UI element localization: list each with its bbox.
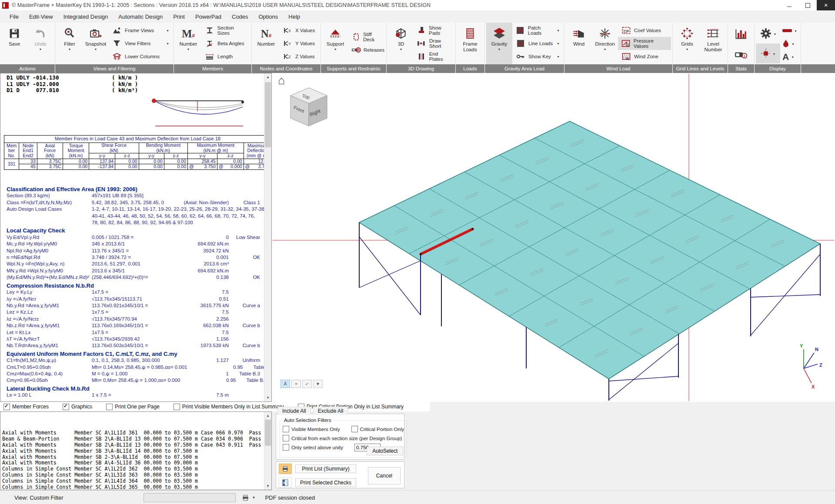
z-values-button[interactable]: Z Z Values xyxy=(279,50,319,63)
menu-item[interactable]: Options xyxy=(253,12,283,22)
print-button[interactable] xyxy=(279,464,292,474)
check-tool-icon[interactable]: ✓ xyxy=(302,380,312,388)
checkbox[interactable] xyxy=(3,404,10,410)
print-list-summary-button[interactable]: Print List (Summary) xyxy=(295,464,356,473)
chevron-down-icon[interactable]: ▼ xyxy=(252,496,255,500)
x-values-button[interactable]: X X Values xyxy=(279,24,319,37)
menu-item[interactable]: PowerPad xyxy=(190,12,227,22)
display-line-style-button[interactable]: ▼ xyxy=(780,24,799,37)
scrollbar-thumb[interactable] xyxy=(265,420,271,446)
coef-values-button[interactable]: CP Coef Values xyxy=(618,24,671,37)
line-loads-button[interactable]: Line Loads ▼ xyxy=(512,37,563,50)
print-option-checkbox[interactable]: Print One per Page xyxy=(106,404,160,410)
3d-button[interactable]: 3D ▼ xyxy=(388,23,414,64)
above-unity-checkbox[interactable]: Only select above unity xyxy=(283,444,343,451)
font-tool-icon[interactable]: A xyxy=(281,380,290,388)
list-item[interactable]: Axial with Moments Member SB 2-3\A-BL1Id… xyxy=(2,454,263,461)
select-tool-icon[interactable]: + xyxy=(291,380,301,388)
draw-short-button[interactable]: Draw Short xyxy=(414,37,454,50)
display-color-button[interactable]: ▼ xyxy=(780,37,799,50)
stats-chart-button[interactable] xyxy=(735,28,747,40)
length-button[interactable]: Length xyxy=(201,50,250,63)
critical-portion-only-checkbox[interactable]: Critical Portion Only xyxy=(351,426,404,432)
support-button[interactable]: Support ▼ xyxy=(322,23,348,64)
wind-zone-button[interactable]: W Wind Zone xyxy=(618,50,671,63)
list-item[interactable]: Columns in Simple Const Member SC A\1L5I… xyxy=(2,484,263,491)
save-button[interactable]: Save xyxy=(1,23,27,64)
display-settings-button[interactable]: ▼ xyxy=(756,23,780,43)
scrollbar-thumb[interactable] xyxy=(265,82,271,147)
autoselect-button[interactable]: AutoSelect xyxy=(367,447,403,455)
menu-item[interactable]: File xyxy=(4,12,24,22)
exclude-all-button[interactable]: Exclude All xyxy=(313,407,348,415)
close-button[interactable]: ✕ xyxy=(817,0,835,10)
end-plates-button[interactable]: End Plates xyxy=(414,50,454,63)
filter-button[interactable]: Filter ▼ xyxy=(57,23,83,64)
level-number-button[interactable]: Level Number xyxy=(700,23,726,64)
view-filters-button[interactable]: View Filters ▼ xyxy=(109,37,172,50)
maximize-button[interactable] xyxy=(798,0,817,10)
member-check-list[interactable]: Axial with Moments Member SC A\1L1Id 361… xyxy=(0,411,272,490)
checkbox[interactable] xyxy=(174,404,180,410)
print-option-checkbox[interactable]: Graphics xyxy=(63,404,92,410)
panel-scrollbar[interactable]: ▲ ▼ xyxy=(264,73,271,401)
menu-item[interactable]: Integrated Design xyxy=(58,12,114,22)
scroll-down-icon[interactable]: ▼ xyxy=(264,394,271,401)
home-view-icon[interactable]: ⌂ xyxy=(278,74,285,87)
list-item[interactable]: Beam & Beam-Portion Member SB 2\A-BL1Id … xyxy=(2,436,263,442)
cancel-button[interactable]: Cancel xyxy=(368,467,401,484)
menu-item[interactable]: Help xyxy=(283,12,305,22)
menu-item[interactable]: Print xyxy=(168,12,190,22)
list-item[interactable]: Columns in Simple Const Member SC A\1L2I… xyxy=(2,466,263,472)
checkbox[interactable] xyxy=(63,404,69,410)
stiff-deck-button[interactable]: Stiff Deck xyxy=(348,30,385,43)
gravity-button[interactable]: Gravity ▼ xyxy=(486,23,512,64)
design-check-panel[interactable]: D1 UDLY -014.130( kN/m ) L1 UDLY -012.00… xyxy=(0,73,272,402)
word-export-icon[interactable]: W xyxy=(279,477,292,488)
list-scrollbar[interactable]: ▲ ▼ xyxy=(264,412,271,490)
beta-angles-button[interactable]: Beta Angles xyxy=(201,37,250,50)
node-number-button[interactable]: N# Number xyxy=(253,23,279,64)
display-font-button[interactable]: A▼ xyxy=(780,50,799,63)
snapshot-button[interactable]: Snapshot ▼ xyxy=(83,23,109,64)
critical-each-section-checkbox[interactable]: Critical from each section size (per Des… xyxy=(283,435,402,441)
member-number-button[interactable]: M# Number ▼ xyxy=(175,23,201,64)
lower-columns-button[interactable]: Lower Columns xyxy=(109,50,172,63)
print-option-checkbox[interactable]: Member Forces xyxy=(3,404,49,410)
section-sizes-button[interactable]: Section Sizes xyxy=(201,24,250,37)
list-item[interactable]: Axial with Moments Member SC A\1L1Id 361… xyxy=(2,430,263,436)
scroll-down-icon[interactable]: ▼ xyxy=(264,482,271,490)
view-cube[interactable]: Top Front Right xyxy=(291,88,327,126)
display-nodes-button[interactable]: ▼ xyxy=(756,43,780,63)
frame-loads-button[interactable]: Frame Loads xyxy=(457,23,483,64)
menu-item[interactable]: Automatic Design xyxy=(113,12,168,22)
list-item[interactable]: Columns in Simple Const Member SC A\1L3I… xyxy=(2,472,263,478)
scroll-up-icon[interactable]: ▲ xyxy=(264,73,271,81)
structure-3d-canvas[interactable]: Top Front Right Y N Z X xyxy=(272,73,835,402)
wind-button[interactable]: Wind xyxy=(566,23,592,64)
menu-item[interactable]: Codes xyxy=(227,12,254,22)
checkbox[interactable] xyxy=(106,404,113,410)
patch-loads-button[interactable]: Patch Loads ▼ xyxy=(512,24,563,37)
printer-icon[interactable] xyxy=(242,494,249,501)
direction-button[interactable]: Direction ▼ xyxy=(592,23,618,64)
list-item[interactable]: Axial with Moments Member SB 2\A-BL1Id 1… xyxy=(2,442,263,448)
pressure-values-button[interactable]: Q Pressure Values xyxy=(618,37,671,50)
releases-button[interactable]: Releases xyxy=(348,43,385,56)
y-values-button[interactable]: Y Y Values xyxy=(279,37,319,50)
include-all-button[interactable]: Include All xyxy=(277,407,311,415)
menu-item[interactable]: Edit-View xyxy=(24,12,58,22)
filter-tool-icon[interactable]: ▼ xyxy=(313,380,323,388)
frame-views-button[interactable]: Frame Views ▼ xyxy=(109,24,172,37)
visible-members-only-checkbox[interactable]: Visible Members Only xyxy=(283,426,340,432)
scroll-up-icon[interactable]: ▲ xyxy=(264,412,271,419)
structure-3d-view[interactable]: ⌂ Top Front Right Y N Z X A + ✓ ▼ xyxy=(272,73,835,402)
grids-button[interactable]: Grids ▼ xyxy=(674,23,700,64)
show-key-button[interactable]: Show Key ▼ xyxy=(512,50,563,63)
print-option-checkbox[interactable]: Print Visible Members Only in List Summa… xyxy=(174,404,284,410)
show-pads-button[interactable]: Show Pads xyxy=(414,24,454,37)
undo-button[interactable]: Undo ▼ xyxy=(27,23,53,64)
minimize-button[interactable] xyxy=(780,0,798,10)
stats-info-button[interactable]: i xyxy=(735,51,748,59)
list-item[interactable]: Columns in Simple Const Member SC A\1L4I… xyxy=(2,478,263,484)
